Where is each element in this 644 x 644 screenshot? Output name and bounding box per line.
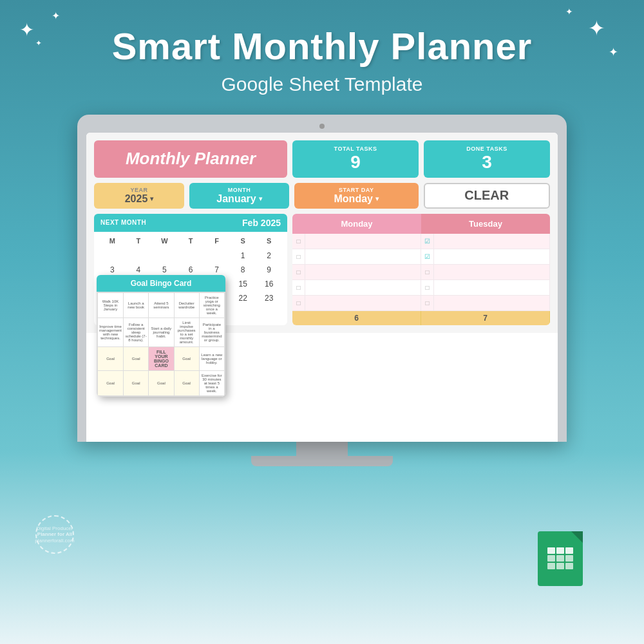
- bingo-cell-20: Exercise for 30 minutes at least 5 times…: [200, 371, 224, 395]
- sheets-cell-4: [547, 555, 555, 562]
- bingo-cell-14: Goal: [175, 347, 199, 370]
- checkbox-3b[interactable]: □: [421, 265, 434, 279]
- bingo-grid: Walk 10K Steps in January Launch a new b…: [97, 292, 225, 397]
- start-day-label: START DAY: [339, 187, 374, 193]
- start-day-dropdown-arrow: ▾: [375, 195, 379, 202]
- bingo-card: Goal Bingo Card Walk 10K Steps in Januar…: [97, 275, 225, 397]
- cal-day-19: 15: [230, 277, 256, 291]
- task-row-5: □ □: [292, 296, 550, 311]
- monitor-container: Goal Bingo Card Walk 10K Steps in Januar…: [77, 115, 567, 442]
- sparkle-icon-2: ✦: [52, 10, 60, 22]
- cal-day-1: .: [126, 249, 152, 263]
- task-number-row: 6 7: [292, 311, 550, 325]
- cal-day-3: .: [178, 249, 204, 263]
- cal-day-34: .: [256, 305, 282, 319]
- cal-header-f: F: [204, 234, 230, 247]
- bingo-cell-7: Follow a consistent sleep schedule (7-8 …: [124, 318, 148, 346]
- cal-day-20: 16: [256, 277, 282, 291]
- total-tasks-label: TOTAL TASKS: [300, 146, 411, 152]
- sparkle-icon-4: ✦: [588, 16, 605, 41]
- sheets-cell-3: [565, 547, 573, 554]
- task-row-3: □ □: [292, 265, 550, 280]
- cal-header-t2: T: [178, 234, 204, 247]
- checkbox-1b[interactable]: ☑: [421, 234, 434, 249]
- cal-day-33: .: [230, 305, 256, 319]
- sheets-cell-6: [565, 555, 573, 562]
- task-grid: Monday Tuesday □ ☑: [292, 214, 550, 325]
- checkbox-4b[interactable]: □: [421, 280, 434, 295]
- cal-day-5: 1: [230, 249, 256, 263]
- bingo-cell-6: Improve time management with new techniq…: [98, 318, 123, 346]
- bingo-cell-17: Goal: [124, 371, 148, 395]
- row-controls: YEAR 2025 ▾ MONTH January ▾: [94, 183, 550, 209]
- cal-day-6: 2: [256, 249, 282, 263]
- bingo-cell-center: FILL YOUR BINGO CARD: [149, 347, 173, 370]
- checkbox-2b[interactable]: ☑: [421, 249, 434, 264]
- sheets-cell-1: [547, 547, 555, 554]
- bingo-cell-1: Walk 10K Steps in January: [98, 293, 123, 317]
- cal-day-26: 22: [230, 291, 256, 305]
- checkbox-1a[interactable]: □: [292, 234, 305, 249]
- bingo-cell-11: Goal: [98, 347, 123, 370]
- bingo-cell-2: Launch a new book: [124, 293, 148, 317]
- task-grid-header: Monday Tuesday: [292, 214, 550, 234]
- task-cell-4b: [434, 280, 550, 295]
- calendar-header: NEXT MONTH Feb 2025: [94, 214, 287, 232]
- clear-button[interactable]: CLEAR: [424, 183, 551, 209]
- task-cell-3b: [434, 265, 550, 279]
- sheets-cell-7: [547, 563, 555, 569]
- bingo-cell-4: Declutter wardrobe: [175, 293, 199, 317]
- brand-logo: Digital ProducerPlanner for Allplannerfo…: [35, 515, 74, 554]
- sheets-icon-body: [538, 531, 583, 586]
- task-row-4: □ □: [292, 280, 550, 296]
- sparkle-icon-1: ✦: [19, 19, 34, 41]
- cal-header-s2: S: [256, 234, 282, 247]
- sheets-corner: [571, 531, 583, 543]
- planner-title-cell: Monthly Planner: [94, 140, 287, 178]
- bingo-cell-19: Goal: [175, 371, 199, 395]
- cal-day-27: 23: [256, 291, 282, 305]
- monitor-foot: [251, 456, 393, 466]
- checkbox-4a[interactable]: □: [292, 280, 305, 295]
- start-day-value: Monday ▾: [334, 193, 379, 205]
- sheets-cell-9: [565, 563, 573, 569]
- bingo-cell-8: Start a daily journaling habit.: [149, 318, 173, 346]
- start-day-control[interactable]: START DAY Monday ▾: [294, 183, 419, 209]
- checkbox-2a[interactable]: □: [292, 249, 305, 264]
- bingo-cell-12: Goal: [124, 347, 148, 370]
- year-label: YEAR: [130, 187, 147, 193]
- brand-circle: Digital ProducerPlanner for Allplannerfo…: [35, 515, 74, 554]
- task-cell-1a: [305, 234, 421, 249]
- sheets-grid-icon: [547, 547, 573, 569]
- bingo-header: Goal Bingo Card: [97, 275, 225, 292]
- task-row-1: □ ☑: [292, 234, 550, 249]
- monday-header: Monday: [292, 214, 421, 234]
- sparkle-icon-3: ✦: [35, 39, 42, 48]
- sub-title: Google Sheet Template: [112, 73, 533, 95]
- year-dropdown-arrow: ▾: [150, 195, 153, 202]
- tuesday-header: Tuesday: [421, 214, 550, 234]
- task-cell-2a: [305, 249, 421, 264]
- cal-day-0: .: [99, 249, 126, 263]
- checkbox-3a[interactable]: □: [292, 265, 305, 279]
- task-cell-3a: [305, 265, 421, 279]
- cal-header-t1: T: [126, 234, 152, 247]
- monitor-camera: [319, 124, 325, 129]
- background: ✦ ✦ ✦ ✦ ✦ ✦ Smart Monthly Planner Google…: [0, 0, 644, 644]
- checkbox-5a[interactable]: □: [292, 296, 305, 310]
- task-cell-1b: [434, 234, 550, 249]
- bingo-cell-15: Learn a new language or hobby.: [200, 347, 224, 370]
- task-num-2: 7: [421, 311, 550, 325]
- total-tasks-cell: TOTAL TASKS 9: [292, 140, 419, 178]
- bingo-cell-5: Practice yoga or stretching once a week.: [200, 293, 224, 317]
- done-tasks-label: DONE TASKS: [431, 146, 542, 152]
- bingo-cell-16: Goal: [98, 371, 123, 395]
- total-tasks-value: 9: [300, 152, 411, 173]
- cal-header-s1: S: [230, 234, 256, 247]
- month-control[interactable]: MONTH January ▾: [189, 183, 289, 209]
- cal-day-13: 9: [256, 263, 282, 277]
- year-control[interactable]: YEAR 2025 ▾: [94, 183, 184, 209]
- cal-day-4: .: [204, 249, 230, 263]
- checkbox-5b[interactable]: □: [421, 296, 434, 310]
- task-rows: □ ☑ □ ☑: [292, 234, 550, 325]
